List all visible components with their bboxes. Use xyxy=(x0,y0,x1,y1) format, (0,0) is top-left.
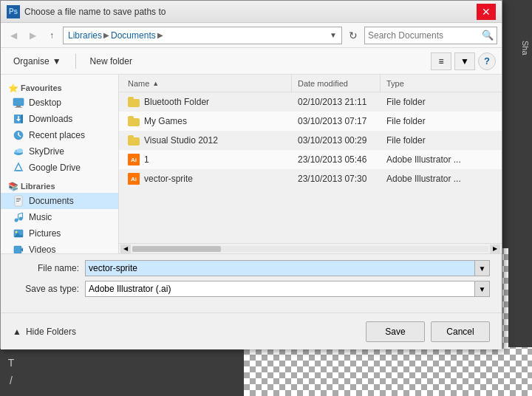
folder-icon-2 xyxy=(128,135,140,146)
close-button[interactable]: ✕ xyxy=(477,4,496,20)
col-header-type[interactable]: Type xyxy=(381,75,499,92)
table-row[interactable]: Ai 1 23/10/2013 05:46 Adobe Illustrator … xyxy=(119,150,502,169)
sidebar-item-googledrive[interactable]: Google Drive xyxy=(1,160,118,176)
col-name-label: Name xyxy=(128,79,149,88)
back-button[interactable]: ◀ xyxy=(5,27,21,44)
ps-panel-label: Sha xyxy=(521,41,530,55)
save-button[interactable]: Save xyxy=(366,321,425,342)
file-date-1: 03/10/2013 07:17 xyxy=(292,116,381,126)
horizontal-scrollbar[interactable]: ◀ ▶ xyxy=(119,243,502,253)
libraries-label: Libraries xyxy=(21,182,55,191)
scroll-track[interactable] xyxy=(132,246,488,252)
sidebar-item-videos[interactable]: Videos xyxy=(1,242,118,253)
up-button[interactable]: ↑ xyxy=(44,27,60,44)
file-name-label-3: 1 xyxy=(144,154,149,165)
ai-icon-4: Ai xyxy=(128,173,140,185)
svg-rect-2 xyxy=(15,107,22,108)
recent-label: Recent places xyxy=(29,130,85,140)
favorites-section: ⭐ Favourites Desktop xyxy=(1,81,118,176)
ps-tool-slash[interactable]: / xyxy=(3,372,19,389)
col-header-date[interactable]: Date modified xyxy=(292,75,381,92)
ps-app-icon: Ps xyxy=(7,5,20,18)
forward-button[interactable]: ▶ xyxy=(24,27,41,44)
hide-folders-label: Hide Folders xyxy=(26,327,76,337)
refresh-button[interactable]: ↻ xyxy=(345,27,361,44)
save-label: Save xyxy=(385,327,405,337)
savetype-row: Save as type: Adobe Illustrator (.ai) ▼ xyxy=(13,281,490,297)
table-row[interactable]: Bluetooth Folder 02/10/2013 21:11 File f… xyxy=(119,92,502,112)
breadcrumb-sep1: ▶ xyxy=(103,31,109,39)
file-date-0: 02/10/2013 21:11 xyxy=(292,97,381,107)
sidebar-item-music[interactable]: Music xyxy=(1,209,118,225)
svg-rect-17 xyxy=(16,199,21,200)
ps-right-panel: Sha xyxy=(508,0,532,347)
table-row[interactable]: My Games 03/10/2013 07:17 File folder xyxy=(119,112,502,131)
filename-dropdown-button[interactable]: ▼ xyxy=(475,260,490,276)
help-button[interactable]: ? xyxy=(478,52,496,70)
svg-line-23 xyxy=(18,213,23,214)
libraries-section: 📚 Libraries Documents xyxy=(1,179,118,253)
organise-button[interactable]: Organise ▼ xyxy=(7,53,68,69)
cancel-label: Cancel xyxy=(446,327,474,337)
svg-point-19 xyxy=(15,219,18,222)
favorites-header[interactable]: ⭐ Favourites xyxy=(1,81,118,95)
filename-input[interactable] xyxy=(85,260,475,276)
sidebar-item-desktop[interactable]: Desktop xyxy=(1,95,118,111)
file-toolbar: Organise ▼ New folder ≡ ▼ ? xyxy=(1,48,502,75)
videos-label: Videos xyxy=(29,245,55,253)
savetype-dropdown-button[interactable]: ▼ xyxy=(475,281,490,297)
organise-dropdown-icon: ▼ xyxy=(52,56,61,66)
help-icon: ? xyxy=(484,55,490,66)
file-name-label-4: vector-sprite xyxy=(144,174,193,184)
favorites-chevron: ⭐ xyxy=(8,83,21,92)
scroll-thumb[interactable] xyxy=(132,246,221,252)
libraries-header[interactable]: 📚 Libraries xyxy=(1,179,118,193)
file-date-3: 23/10/2013 05:46 xyxy=(292,154,381,165)
downloads-icon xyxy=(13,113,24,125)
desktop-icon xyxy=(13,97,24,109)
search-input[interactable] xyxy=(368,30,482,41)
main-content: ⭐ Favourites Desktop xyxy=(1,75,502,253)
new-folder-label: New folder xyxy=(90,56,132,66)
filename-input-wrapper: ▼ xyxy=(85,260,490,276)
file-type-3: Adobe Illustrator ... xyxy=(381,154,499,165)
sidebar-item-documents[interactable]: Documents xyxy=(1,193,118,209)
cancel-button[interactable]: Cancel xyxy=(431,321,490,342)
breadcrumb-dropdown-icon[interactable]: ▼ xyxy=(330,31,337,39)
music-label: Music xyxy=(29,212,52,222)
table-row[interactable]: Visual Studio 2012 03/10/2013 00:29 File… xyxy=(119,131,502,150)
svg-rect-18 xyxy=(16,201,19,202)
desktop-label: Desktop xyxy=(29,98,61,108)
toolbar-right: ≡ ▼ ? xyxy=(431,52,496,70)
file-type-1: File folder xyxy=(381,116,499,126)
sidebar-item-skydrive[interactable]: SkyDrive xyxy=(1,143,118,160)
skydrive-icon xyxy=(13,146,24,157)
file-name-1: My Games xyxy=(122,116,292,126)
svg-rect-27 xyxy=(14,246,21,253)
scroll-left-button[interactable]: ◀ xyxy=(120,245,131,253)
breadcrumb-libraries[interactable]: Libraries xyxy=(68,30,102,41)
ps-tool-text[interactable]: T xyxy=(3,355,19,371)
savetype-select[interactable]: Adobe Illustrator (.ai) xyxy=(85,281,475,297)
col-header-name[interactable]: Name ▲ xyxy=(122,75,292,92)
view-dropdown-button[interactable]: ▼ xyxy=(454,52,475,70)
breadcrumb-sep2: ▶ xyxy=(157,31,163,39)
folder-icon-0 xyxy=(128,97,140,107)
file-name-4: Ai vector-sprite xyxy=(122,173,292,185)
file-name-0: Bluetooth Folder xyxy=(122,97,292,107)
sidebar-item-recent[interactable]: Recent places xyxy=(1,127,118,143)
sidebar-item-downloads[interactable]: Downloads xyxy=(1,111,118,127)
file-name-label-1: My Games xyxy=(144,116,187,126)
sidebar-item-pictures[interactable]: Pictures xyxy=(1,225,118,242)
action-bar: ▲ Hide Folders Save Cancel xyxy=(1,313,502,349)
view-button[interactable]: ≡ xyxy=(431,52,451,70)
hide-folders-button[interactable]: ▲ Hide Folders xyxy=(13,327,76,337)
back-icon: ◀ xyxy=(10,30,17,41)
new-folder-button[interactable]: New folder xyxy=(83,53,139,69)
scroll-right-button[interactable]: ▶ xyxy=(490,245,500,253)
downloads-label: Downloads xyxy=(29,114,72,124)
table-row[interactable]: Ai vector-sprite 23/10/2013 07:30 Adobe … xyxy=(119,169,502,188)
file-name-label-0: Bluetooth Folder xyxy=(144,97,209,107)
file-name-label-2: Visual Studio 2012 xyxy=(144,135,218,146)
breadcrumb-documents[interactable]: Documents xyxy=(111,30,156,41)
